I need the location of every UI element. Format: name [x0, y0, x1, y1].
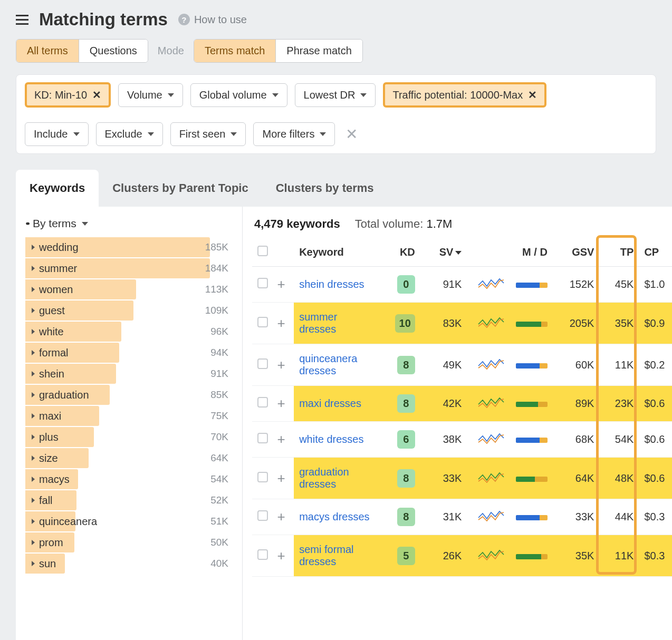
close-icon[interactable]: ✕ [528, 89, 537, 101]
keyword-link[interactable]: macys dresses [299, 511, 369, 522]
col-gsv[interactable]: GSV [553, 238, 600, 267]
caret-right-icon [32, 498, 35, 503]
row-checkbox[interactable] [257, 358, 268, 369]
term-label: prom [39, 537, 63, 549]
term-row[interactable]: prom50K [25, 532, 233, 552]
col-sv[interactable]: SV [420, 238, 467, 267]
mode-label: Mode [158, 45, 184, 57]
row-checkbox[interactable] [257, 317, 268, 327]
term-row[interactable]: wedding185K [25, 237, 233, 257]
expand-icon[interactable]: + [277, 548, 285, 564]
term-row[interactable]: white96K [25, 322, 233, 342]
terms-match-tab[interactable]: Terms match [194, 40, 275, 62]
term-row[interactable]: formal94K [25, 343, 233, 363]
term-row[interactable]: quinceanera51K [25, 511, 233, 531]
all-terms-tab[interactable]: All terms [16, 40, 79, 62]
term-row[interactable]: sun40K [25, 554, 233, 574]
row-checkbox[interactable] [257, 510, 268, 521]
filter-include[interactable]: Include [25, 122, 89, 146]
col-cp[interactable]: CP [639, 238, 672, 267]
sparkline [467, 303, 510, 344]
expand-icon[interactable]: + [277, 276, 285, 292]
term-row[interactable]: women113K [25, 279, 233, 299]
cp-value: $0.3 [639, 499, 672, 535]
how-to-use-link[interactable]: ? How to use [178, 14, 247, 26]
term-row[interactable]: maxi75K [25, 406, 233, 426]
col-kd[interactable]: KD [382, 238, 420, 267]
row-checkbox[interactable] [257, 472, 268, 482]
caret-right-icon [32, 434, 35, 440]
filter-kd[interactable]: KD: Min-10 ✕ [25, 82, 111, 108]
keyword-link[interactable]: quinceanera dresses [299, 353, 357, 376]
kd-badge: 8 [397, 469, 415, 488]
filter-first-seen[interactable]: First seen [170, 122, 246, 146]
by-terms-dropdown[interactable]: ⦁⦁ By terms [25, 217, 233, 230]
cp-value: $0.6 [639, 458, 672, 499]
close-icon[interactable]: ✕ [92, 89, 101, 101]
clear-filters-icon[interactable]: ✕ [342, 125, 361, 143]
phrase-match-tab[interactable]: Phrase match [275, 40, 362, 62]
term-row[interactable]: shein91K [25, 364, 233, 384]
caret-right-icon [32, 329, 35, 334]
term-row[interactable]: size64K [25, 448, 233, 468]
filter-volume[interactable]: Volume [118, 83, 183, 107]
term-row[interactable]: summer184K [25, 258, 233, 278]
filter-more[interactable]: More filters [253, 122, 335, 146]
filter-exclude[interactable]: Exclude [96, 122, 163, 146]
tab-clusters-terms[interactable]: Clusters by terms [262, 170, 388, 207]
chevron-down-icon [82, 222, 88, 226]
term-count: 184K [205, 263, 228, 274]
expand-icon[interactable]: + [277, 395, 285, 411]
term-count: 113K [205, 284, 228, 295]
kd-badge: 8 [397, 356, 415, 374]
term-row[interactable]: macys54K [25, 469, 233, 489]
filter-more-label: More filters [262, 128, 314, 140]
term-label: macys [39, 473, 70, 486]
expand-icon[interactable]: + [277, 357, 285, 373]
term-count: 50K [210, 537, 228, 548]
col-tp[interactable]: TP [599, 238, 639, 267]
keyword-link[interactable]: semi formal dresses [299, 544, 353, 567]
term-count: 109K [205, 305, 228, 316]
term-label: guest [39, 305, 65, 317]
tp-value: 48K [599, 458, 639, 499]
md-bar [510, 386, 553, 422]
tab-keywords[interactable]: Keywords [16, 170, 99, 207]
term-row[interactable]: fall52K [25, 490, 233, 510]
keyword-link[interactable]: summer dresses [299, 311, 337, 335]
filter-global-volume[interactable]: Global volume [190, 83, 287, 107]
tab-clusters-parent[interactable]: Clusters by Parent Topic [99, 170, 262, 207]
row-checkbox[interactable] [257, 433, 268, 443]
term-count: 96K [210, 326, 228, 337]
row-checkbox[interactable] [257, 549, 268, 560]
filter-traffic-potential[interactable]: Traffic potential: 10000-Max ✕ [383, 82, 546, 108]
filter-lowest-dr[interactable]: Lowest DR [295, 83, 376, 107]
keyword-link[interactable]: shein dresses [299, 278, 364, 290]
keyword-link[interactable]: graduation dresses [299, 466, 349, 490]
expand-icon[interactable]: + [277, 470, 285, 486]
expand-icon[interactable]: + [277, 431, 285, 447]
term-row[interactable]: guest109K [25, 300, 233, 321]
term-row[interactable]: plus70K [25, 427, 233, 447]
expand-icon[interactable]: + [277, 509, 285, 525]
questions-tab[interactable]: Questions [79, 40, 148, 62]
chevron-down-icon [320, 132, 326, 136]
select-all-checkbox[interactable] [257, 246, 268, 256]
keyword-link[interactable]: white dresses [299, 433, 363, 445]
term-row[interactable]: graduation85K [25, 385, 233, 405]
expand-icon[interactable]: + [277, 315, 285, 331]
keyword-row: +white dresses638K68K54K$0.6 [252, 422, 672, 458]
col-keyword[interactable]: Keyword [294, 238, 382, 267]
filter-global-volume-label: Global volume [199, 89, 267, 101]
filter-tp-label: Traffic potential: 10000-Max [392, 89, 523, 101]
col-md[interactable]: M / D [510, 238, 553, 267]
cp-value: $0.2 [639, 344, 672, 386]
sparkline [467, 535, 510, 577]
row-checkbox[interactable] [257, 278, 268, 288]
term-label: shein [39, 368, 64, 380]
keywords-table: Keyword KD SV M / D GSV TP CP +shein dre… [252, 238, 672, 577]
keyword-link[interactable]: maxi dresses [299, 397, 361, 409]
hamburger-menu-icon[interactable] [16, 15, 28, 25]
row-checkbox[interactable] [257, 397, 268, 408]
cp-value: $0.6 [639, 386, 672, 422]
